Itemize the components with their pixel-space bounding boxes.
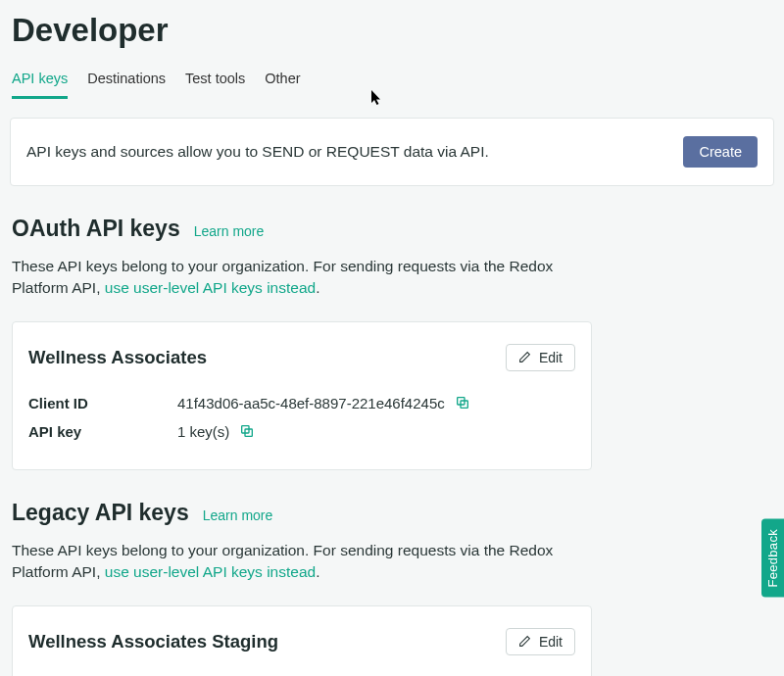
api-keys-banner: API keys and sources allow you to SEND o…: [10, 118, 774, 186]
oauth-edit-button[interactable]: Edit: [506, 344, 575, 371]
oauth-card: Wellness Associates Edit Client ID 41f43…: [12, 321, 592, 470]
create-button[interactable]: Create: [683, 136, 758, 168]
legacy-desc-suffix: .: [316, 563, 319, 580]
feedback-button[interactable]: Feedback: [761, 519, 784, 598]
legacy-learn-more-link[interactable]: Learn more: [203, 507, 273, 523]
tabs: API keys Destinations Test tools Other: [0, 71, 784, 100]
tab-destinations[interactable]: Destinations: [87, 71, 166, 99]
legacy-section: Legacy API keys Learn more These API key…: [0, 500, 784, 676]
copy-icon[interactable]: [239, 423, 255, 439]
legacy-card-title: Wellness Associates Staging: [28, 631, 278, 652]
oauth-user-level-link[interactable]: use user-level API keys instead: [105, 279, 316, 296]
tab-test-tools[interactable]: Test tools: [185, 71, 245, 99]
oauth-section: OAuth API keys Learn more These API keys…: [0, 216, 784, 470]
oauth-client-id-row: Client ID 41f43d06-aa5c-48ef-8897-221e46…: [28, 395, 575, 411]
copy-icon[interactable]: [455, 395, 470, 410]
client-id-label: Client ID: [28, 395, 177, 411]
legacy-user-level-link[interactable]: use user-level API keys instead: [105, 563, 316, 580]
pencil-icon: [518, 351, 531, 363]
oauth-card-title: Wellness Associates: [28, 347, 207, 368]
legacy-card: Wellness Associates Staging Edit ID b25d…: [12, 605, 592, 676]
edit-label: Edit: [539, 350, 563, 365]
oauth-learn-more-link[interactable]: Learn more: [194, 223, 265, 239]
legacy-section-title: Legacy API keys: [12, 500, 189, 526]
edit-label: Edit: [539, 634, 563, 650]
legacy-section-desc: These API keys belong to your organizati…: [12, 540, 590, 584]
legacy-edit-button[interactable]: Edit: [506, 628, 575, 655]
oauth-section-title: OAuth API keys: [12, 216, 180, 242]
api-key-value: 1 key(s): [177, 423, 229, 440]
client-id-value: 41f43d06-aa5c-48ef-8897-221e46f4245c: [177, 395, 445, 411]
oauth-section-desc: These API keys belong to your organizati…: [12, 256, 590, 300]
oauth-desc-suffix: .: [316, 279, 319, 296]
api-key-label: API key: [28, 423, 177, 440]
page-title: Developer: [0, 0, 784, 71]
banner-text: API keys and sources allow you to SEND o…: [26, 143, 489, 161]
oauth-api-key-row: API key 1 key(s): [28, 423, 575, 440]
tab-api-keys[interactable]: API keys: [12, 71, 68, 99]
tab-other[interactable]: Other: [265, 71, 300, 99]
pencil-icon: [518, 635, 531, 648]
